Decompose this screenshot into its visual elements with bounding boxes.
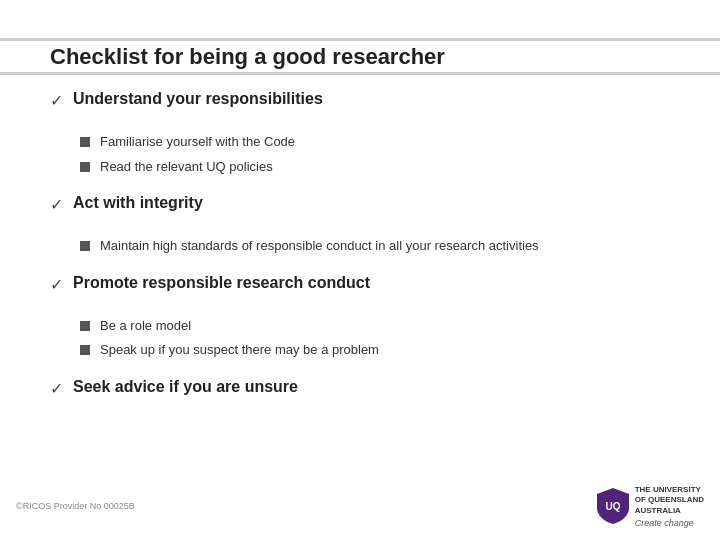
sub-item-text: Familiarise yourself with the Code bbox=[100, 132, 295, 152]
sub-list-understand: Familiarise yourself with the CodeRead t… bbox=[80, 132, 670, 176]
bullet-icon bbox=[80, 345, 90, 355]
footer: ©RICOS Provider No 00025B UQ THE UNIVERS… bbox=[0, 485, 720, 528]
bullet-icon bbox=[80, 137, 90, 147]
main-item-seek: ✓Seek advice if you are unsure bbox=[50, 378, 670, 398]
checkmark-icon-promote: ✓ bbox=[50, 275, 63, 294]
list-item: Familiarise yourself with the Code bbox=[80, 132, 670, 152]
checkmark-icon-seek: ✓ bbox=[50, 379, 63, 398]
list-item: Read the relevant UQ policies bbox=[80, 157, 670, 177]
main-item-understand: ✓Understand your responsibilities bbox=[50, 90, 670, 110]
sub-item-text: Speak up if you suspect there may be a p… bbox=[100, 340, 379, 360]
sub-item-text: Read the relevant UQ policies bbox=[100, 157, 273, 177]
section-understand: ✓Understand your responsibilitiesFamilia… bbox=[50, 90, 670, 176]
list-item: Speak up if you suspect there may be a p… bbox=[80, 340, 670, 360]
list-item: Maintain high standards of responsible c… bbox=[80, 236, 670, 256]
footer-copyright: ©RICOS Provider No 00025B bbox=[16, 501, 135, 511]
section-promote: ✓Promote responsible research conductBe … bbox=[50, 274, 670, 360]
svg-text:UQ: UQ bbox=[605, 501, 620, 512]
main-label-promote: Promote responsible research conduct bbox=[73, 274, 370, 292]
list-item: Be a role model bbox=[80, 316, 670, 336]
main-item-integrity: ✓Act with integrity bbox=[50, 194, 670, 214]
uq-logo: UQ THE UNIVERSITYOF QUEENSLANDAUSTRALIA … bbox=[597, 485, 704, 528]
sub-list-promote: Be a role modelSpeak up if you suspect t… bbox=[80, 316, 670, 360]
checkmark-icon-understand: ✓ bbox=[50, 91, 63, 110]
main-label-seek: Seek advice if you are unsure bbox=[73, 378, 298, 396]
bullet-icon bbox=[80, 241, 90, 251]
uq-tagline: Create change bbox=[635, 518, 694, 528]
sub-list-integrity: Maintain high standards of responsible c… bbox=[80, 236, 670, 256]
uq-shield-icon: UQ bbox=[597, 488, 629, 524]
sub-item-text: Be a role model bbox=[100, 316, 191, 336]
section-seek: ✓Seek advice if you are unsure bbox=[50, 378, 670, 398]
content-area: ✓Understand your responsibilitiesFamilia… bbox=[50, 90, 670, 420]
uq-text: THE UNIVERSITYOF QUEENSLANDAUSTRALIA Cre… bbox=[635, 485, 704, 528]
sub-item-text: Maintain high standards of responsible c… bbox=[100, 236, 539, 256]
uq-name: THE UNIVERSITYOF QUEENSLANDAUSTRALIA bbox=[635, 485, 704, 516]
main-item-promote: ✓Promote responsible research conduct bbox=[50, 274, 670, 294]
bullet-icon bbox=[80, 162, 90, 172]
section-integrity: ✓Act with integrityMaintain high standar… bbox=[50, 194, 670, 256]
top-border bbox=[0, 38, 720, 41]
slide: Checklist for being a good researcher ✓U… bbox=[0, 0, 720, 540]
bullet-icon bbox=[80, 321, 90, 331]
footer-logo-area: UQ THE UNIVERSITYOF QUEENSLANDAUSTRALIA … bbox=[597, 485, 704, 528]
main-label-integrity: Act with integrity bbox=[73, 194, 203, 212]
main-label-understand: Understand your responsibilities bbox=[73, 90, 323, 108]
bottom-border bbox=[0, 72, 720, 75]
page-title: Checklist for being a good researcher bbox=[50, 44, 445, 70]
checkmark-icon-integrity: ✓ bbox=[50, 195, 63, 214]
